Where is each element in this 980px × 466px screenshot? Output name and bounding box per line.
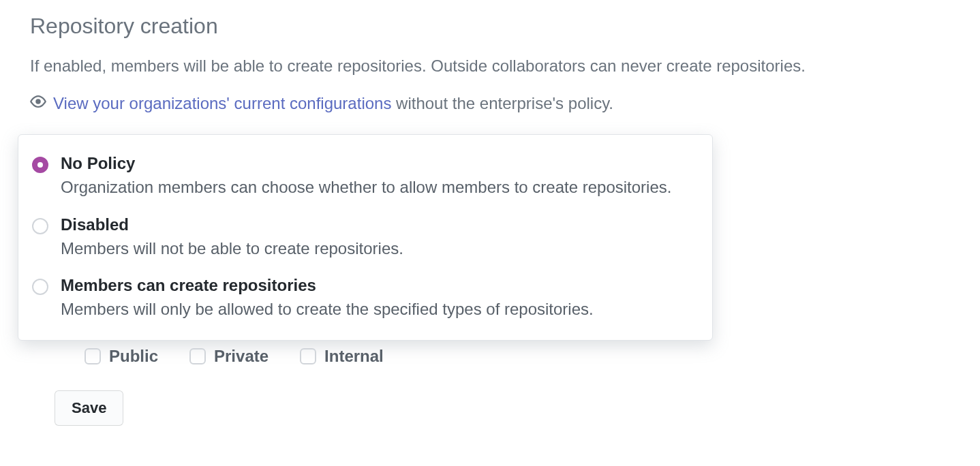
- checkbox-internal[interactable]: [300, 348, 316, 364]
- checkbox-public[interactable]: [85, 348, 101, 364]
- checkbox-label: Private: [214, 347, 269, 366]
- radio-option-disabled[interactable]: Disabled Members will not be able to cre…: [18, 207, 712, 268]
- radio-option-no-policy[interactable]: No Policy Organization members can choos…: [18, 146, 712, 207]
- section-description: If enabled, members will be able to crea…: [30, 54, 950, 78]
- radio-input-members-can-create[interactable]: [32, 279, 48, 295]
- section-title: Repository creation: [30, 14, 950, 39]
- radio-title: No Policy: [61, 154, 699, 173]
- eye-icon: [30, 93, 46, 114]
- checkbox-label: Public: [109, 347, 158, 366]
- radio-input-no-policy[interactable]: [32, 157, 48, 173]
- view-configurations-line: View your organizations' current configu…: [30, 93, 950, 114]
- save-button[interactable]: Save: [55, 390, 123, 426]
- radio-description: Members will only be allowed to create t…: [61, 298, 699, 321]
- view-configurations-suffix: without the enterprise's policy.: [391, 94, 613, 112]
- checkbox-item-private[interactable]: Private: [189, 347, 269, 366]
- checkbox-private[interactable]: [189, 348, 206, 364]
- svg-point-0: [35, 99, 41, 104]
- checkbox-item-internal[interactable]: Internal: [300, 347, 384, 366]
- radio-input-disabled[interactable]: [32, 218, 48, 234]
- radio-title: Disabled: [61, 215, 699, 234]
- policy-radio-group: No Policy Organization members can choos…: [18, 134, 713, 341]
- radio-description: Members will not be able to create repos…: [61, 237, 699, 260]
- radio-option-members-can-create[interactable]: Members can create repositories Members …: [18, 268, 712, 329]
- radio-title: Members can create repositories: [61, 276, 699, 295]
- checkbox-item-public[interactable]: Public: [85, 347, 158, 366]
- repo-type-checkboxes: Public Private Internal: [30, 343, 950, 366]
- radio-description: Organization members can choose whether …: [61, 176, 699, 199]
- view-configurations-link[interactable]: View your organizations' current configu…: [53, 94, 391, 112]
- checkbox-label: Internal: [324, 347, 384, 366]
